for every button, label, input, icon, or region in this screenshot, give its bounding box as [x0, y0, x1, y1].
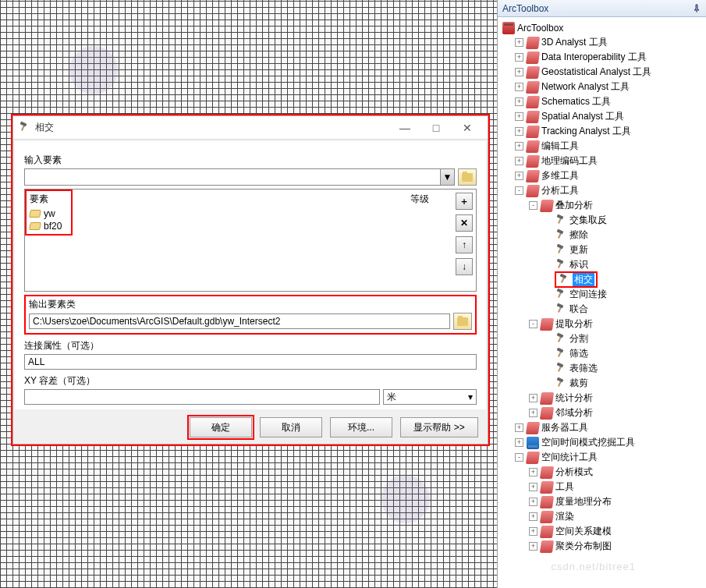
tree-item[interactable]: 交集取反 [501, 213, 704, 228]
tree-item[interactable]: +Data Interoperability 工具 [501, 50, 704, 65]
tree-item[interactable]: 联合 [501, 302, 704, 317]
expand-toggle[interactable]: + [515, 38, 523, 47]
tree-item[interactable]: +空间时间模式挖掘工具 [501, 435, 704, 450]
expand-toggle[interactable]: + [529, 512, 537, 521]
tree-item[interactable]: +多维工具 [501, 168, 704, 183]
remove-item-button[interactable]: ✕ [456, 214, 473, 232]
move-up-button[interactable]: ↑ [456, 236, 473, 253]
expand-toggle[interactable]: + [515, 83, 523, 91]
unit-value: 米 [387, 391, 396, 404]
tree-item[interactable]: +Schematics 工具 [501, 94, 704, 109]
tree-item[interactable]: 擦除 [501, 228, 704, 243]
features-list[interactable]: 要素 yw bf20 等级 [25, 190, 452, 291]
tree-item[interactable]: -提取分析 [501, 317, 704, 331]
expand-toggle[interactable]: + [529, 527, 537, 536]
tree-item[interactable]: 筛选 [501, 346, 704, 361]
expand-toggle[interactable]: + [529, 394, 537, 402]
expand-toggle[interactable]: + [529, 498, 537, 506]
expand-toggle[interactable]: + [529, 409, 537, 417]
dialog-titlebar[interactable]: 相交 — □ ✕ [13, 116, 488, 140]
tree-item[interactable]: -空间统计工具 [501, 450, 704, 465]
unit-select[interactable]: 米 ▾ [383, 389, 477, 405]
tree-item[interactable]: -叠加分析 [501, 198, 704, 213]
expand-toggle[interactable]: + [515, 423, 523, 432]
join-attr-select[interactable] [24, 354, 477, 370]
hammer-icon [555, 214, 567, 227]
expand-toggle[interactable]: + [529, 542, 537, 551]
tree-item[interactable]: +Spatial Analyst 工具 [501, 109, 704, 124]
tree-item-label: 分析工具 [541, 184, 579, 197]
ok-button[interactable]: 确定 [190, 417, 252, 437]
pin-icon[interactable] [692, 4, 701, 13]
minimize-button[interactable]: — [389, 119, 420, 136]
expand-toggle[interactable]: + [515, 172, 523, 180]
toolbox-tree[interactable]: ArcToolbox +3D Analyst 工具+Data Interoper… [498, 17, 706, 588]
tree-item-label: Tracking Analyst 工具 [541, 125, 631, 138]
expand-toggle[interactable]: + [515, 157, 523, 165]
tree-item[interactable]: 更新 [501, 243, 704, 257]
tree-item[interactable]: -分析工具 [501, 183, 704, 198]
tree-item[interactable]: +Geostatistical Analyst 工具 [501, 65, 704, 80]
join-attr-label: 连接属性（可选） [24, 339, 477, 352]
show-help-button[interactable]: 显示帮助 >> [400, 417, 478, 437]
tree-item[interactable]: +3D Analyst 工具 [501, 35, 704, 50]
tree-item[interactable]: 相交 [501, 272, 704, 287]
dialog-footer: 确定 取消 环境... 显示帮助 >> [13, 411, 488, 444]
tree-item[interactable]: 表筛选 [501, 361, 704, 376]
expand-toggle[interactable]: + [515, 53, 523, 62]
hammer-icon [555, 363, 567, 375]
expand-toggle[interactable]: + [515, 438, 523, 447]
cancel-button[interactable]: 取消 [260, 417, 322, 437]
move-down-button[interactable]: ↓ [456, 258, 473, 275]
tree-item[interactable]: +渲染 [501, 509, 704, 524]
input-features-combo[interactable]: ▼ [24, 168, 455, 186]
tree-root[interactable]: ArcToolbox [501, 20, 704, 35]
expand-toggle[interactable]: + [515, 142, 523, 151]
tree-item[interactable]: +邻域分析 [501, 406, 704, 420]
maximize-button[interactable]: □ [420, 119, 452, 136]
panel-title: ArcToolbox [502, 0, 548, 17]
tree-item[interactable]: 分割 [501, 331, 704, 346]
output-browse-button[interactable] [453, 313, 472, 330]
expand-toggle[interactable]: + [515, 68, 523, 76]
expand-toggle[interactable]: + [515, 97, 523, 106]
environments-button[interactable]: 环境... [330, 417, 392, 437]
expand-toggle[interactable]: + [529, 483, 537, 491]
hammer-icon [555, 377, 567, 390]
expand-toggle[interactable]: - [515, 453, 523, 462]
tree-item[interactable]: +分析模式 [501, 465, 704, 480]
tree-item[interactable]: +编辑工具 [501, 139, 704, 154]
expand-toggle[interactable]: - [515, 186, 523, 195]
expand-toggle[interactable]: + [515, 112, 523, 121]
xy-tol-input[interactable] [24, 389, 380, 405]
tree-item[interactable]: +工具 [501, 480, 704, 494]
tree-item[interactable]: 标识 [501, 257, 704, 272]
tree-item-label: 提取分析 [555, 317, 593, 331]
tree-item-label: 服务器工具 [541, 421, 588, 434]
output-path-input[interactable] [29, 313, 450, 329]
close-button[interactable]: ✕ [452, 119, 483, 136]
input-browse-button[interactable] [458, 168, 477, 186]
add-item-button[interactable]: ＋ [456, 193, 473, 210]
tree-item[interactable]: +聚类分布制图 [501, 539, 704, 554]
tree-item-label: 邻域分析 [555, 406, 593, 420]
expand-toggle[interactable]: + [515, 127, 523, 136]
list-item[interactable]: bf20 [27, 220, 65, 232]
tree-item[interactable]: +度量地理分布 [501, 494, 704, 509]
expand-toggle[interactable]: - [529, 201, 537, 210]
list-item[interactable]: yw [27, 207, 65, 220]
tree-item[interactable]: 空间连接 [501, 287, 704, 302]
hammer-icon [555, 244, 567, 257]
expand-toggle[interactable]: - [529, 320, 537, 328]
tree-item[interactable]: +统计分析 [501, 391, 704, 406]
tree-item[interactable]: +地理编码工具 [501, 154, 704, 168]
panel-header[interactable]: ArcToolbox [498, 0, 706, 17]
tree-item[interactable]: 裁剪 [501, 376, 704, 391]
tree-item[interactable]: +服务器工具 [501, 420, 704, 435]
tree-item[interactable]: +空间关系建模 [501, 524, 704, 539]
tree-item[interactable]: +Tracking Analyst 工具 [501, 124, 704, 139]
combo-dropdown-button[interactable]: ▼ [440, 169, 454, 185]
dialog-icon [18, 122, 30, 134]
tree-item[interactable]: +Network Analyst 工具 [501, 80, 704, 94]
expand-toggle[interactable]: + [529, 468, 537, 476]
